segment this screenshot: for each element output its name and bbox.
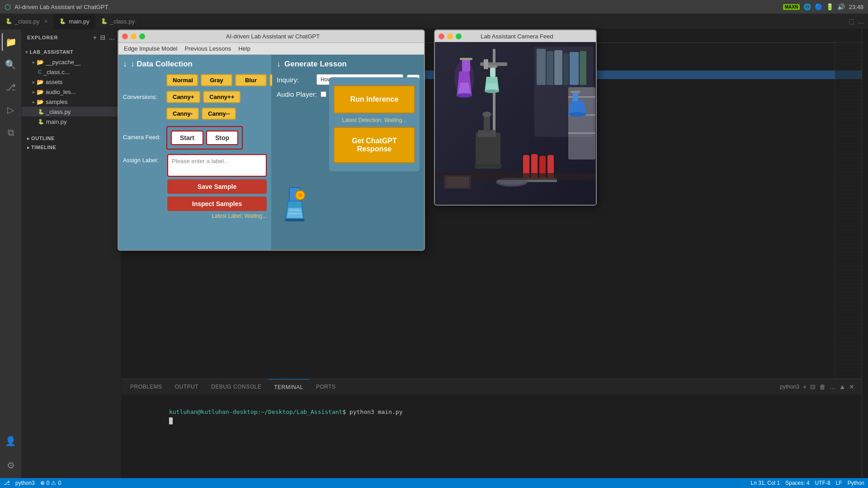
- menu-help[interactable]: Help: [238, 45, 250, 52]
- git-branch-icon: ⎇: [4, 480, 10, 486]
- scrollbar-gutter: [862, 29, 868, 478]
- network-icon: 🌐: [803, 3, 811, 10]
- cam-win-min[interactable]: [447, 33, 453, 39]
- svg-point-52: [568, 112, 586, 117]
- cam-win-title: Lab Assistant Camera Feed: [481, 33, 553, 40]
- btn-canny-minus[interactable]: Canny-: [166, 108, 199, 120]
- inference-section: Run Inference Latest Detection: Waiting.…: [329, 77, 420, 171]
- sidebar-item-pycache[interactable]: ▸ 📂 __pycache__: [22, 57, 121, 67]
- camera-feed-label: Camera Feed:: [123, 134, 164, 141]
- instant-play-checkbox[interactable]: [321, 91, 326, 97]
- tab-terminal[interactable]: TERMINAL: [269, 379, 309, 395]
- win-min-btn[interactable]: [131, 33, 137, 39]
- tab-output[interactable]: OUTPUT: [170, 379, 204, 395]
- btn-stop[interactable]: Stop: [206, 131, 238, 145]
- svg-marker-2: [287, 208, 303, 218]
- menu-previous-lessons[interactable]: Previous Lessons: [185, 45, 231, 52]
- tab-close-1[interactable]: ✕: [44, 19, 48, 24]
- topbar: ⬡ AI-driven Lab Assistant w/ ChatGPT MAX…: [0, 0, 868, 14]
- clock: 23:48: [849, 4, 863, 10]
- svg-rect-34: [475, 164, 502, 168]
- terminal-add-icon[interactable]: +: [803, 383, 807, 390]
- btn-start[interactable]: Start: [171, 131, 203, 145]
- svg-rect-10: [537, 49, 546, 85]
- lab-assistant-window: AI-driven Lab Assistant w/ ChatGPT Edge …: [118, 29, 425, 251]
- btn-run-inference[interactable]: Run Inference: [334, 85, 415, 113]
- btn-canny-minusminus[interactable]: Canny--: [202, 108, 236, 120]
- tab-label-1: _class.py: [15, 18, 39, 25]
- new-file-icon[interactable]: +: [93, 34, 97, 41]
- svg-rect-7: [285, 219, 305, 221]
- timeline-header[interactable]: ▸ TIMELINE: [22, 143, 121, 152]
- sidebar: EXPLORER + ⊟ … ▾ LAB_ASSISTANT ▸ 📂 __pyc…: [22, 29, 121, 478]
- terminal-trash-icon[interactable]: 🗑: [819, 383, 826, 390]
- root-arrow: ▾: [25, 50, 28, 55]
- outline-header[interactable]: ▸ OUTLINE: [22, 134, 121, 143]
- sidebar-item-class-c[interactable]: C _class.c...: [22, 67, 121, 77]
- split-editor-icon[interactable]: ⬚: [849, 18, 854, 25]
- class-c-label: _class.c...: [43, 69, 70, 75]
- terminal-content[interactable]: kutluhan@kutluhan-desktop:~/Desktop/Lab_…: [121, 395, 862, 478]
- cam-win-close[interactable]: [439, 33, 444, 39]
- audio-arrow: ▸: [33, 89, 35, 94]
- menu-edge-impulse[interactable]: Edge Impulse Model: [124, 45, 178, 52]
- terminal-close-icon[interactable]: ✕: [849, 383, 854, 390]
- sidebar-item-samples[interactable]: ▸ 📂 samples: [22, 97, 121, 107]
- sidebar-item-root[interactable]: ▾ LAB_ASSISTANT: [22, 47, 121, 57]
- btn-get-chatgpt[interactable]: Get ChatGPT Response: [334, 127, 415, 163]
- tab-class-py-2[interactable]: 🐍 _class.py: [95, 14, 141, 29]
- source-control-icon[interactable]: ⎇: [2, 78, 20, 96]
- btn-inspect-samples[interactable]: Inspect Samples: [167, 197, 267, 211]
- statusbar-right: Ln 31, Col 1 Spaces: 4 UTF-8 LF Python: [751, 480, 864, 486]
- explorer-icon[interactable]: 📁: [2, 33, 20, 51]
- assign-label-section: Assign Label: Please enter a label... Sa…: [123, 154, 267, 219]
- sidebar-item-class-py[interactable]: 🐍 _class.py: [22, 107, 121, 117]
- lab-win-menubar: Edge Impulse Model Previous Lessons Help: [118, 43, 424, 55]
- btn-canny-plus[interactable]: Canny+: [166, 91, 200, 103]
- btn-gray[interactable]: Gray: [201, 74, 232, 86]
- collapse-icon[interactable]: ⊟: [100, 34, 106, 41]
- statusbar: ⎇ python3 ⊗ 0 ⚠ 0 Ln 31, Col 1 Spaces: 4…: [0, 478, 868, 488]
- win-max-btn[interactable]: [139, 33, 145, 39]
- pycache-label: __pycache__: [46, 59, 80, 66]
- win-close-btn[interactable]: [122, 33, 128, 39]
- line-ending: LF: [836, 480, 842, 486]
- tab-class-py-1[interactable]: 🐍 _class.py ✕: [0, 14, 54, 29]
- settings-icon[interactable]: ⚙: [2, 456, 20, 474]
- label-input-box[interactable]: Please enter a label...: [167, 154, 267, 177]
- cam-win-controls: [439, 33, 462, 39]
- svg-rect-45: [568, 87, 595, 160]
- svg-rect-30: [476, 132, 500, 169]
- window-title: AI-driven Lab Assistant w/ ChatGPT: [14, 4, 108, 10]
- terminal-split-icon[interactable]: ⊟: [810, 383, 816, 390]
- btn-blur[interactable]: Blur: [235, 74, 267, 86]
- generate-lesson-title: ↓ Generate Lesson: [277, 59, 420, 69]
- sidebar-item-assets[interactable]: ▸ 📂 assets: [22, 77, 121, 87]
- terminal-line-1: kutluhan@kutluhan-desktop:~/Desktop/Lab_…: [127, 399, 856, 408]
- terminal-more-icon[interactable]: …: [829, 383, 835, 390]
- bluetooth-icon: 🔵: [815, 3, 822, 10]
- battery-icon: 🔋: [826, 3, 834, 10]
- btn-canny-plusplus[interactable]: Canny++: [203, 91, 241, 103]
- extensions-icon[interactable]: ⧉: [2, 123, 20, 141]
- terminal-max-icon[interactable]: ▲: [839, 383, 845, 390]
- run-debug-icon[interactable]: ▷: [2, 101, 20, 119]
- camera-feed-row: Camera Feed: Start Stop: [123, 124, 267, 150]
- tab-ports[interactable]: PORTS: [311, 379, 341, 395]
- cam-win-max[interactable]: [456, 33, 462, 39]
- btn-normal[interactable]: Normal: [166, 74, 198, 86]
- more-actions-icon[interactable]: …: [858, 18, 864, 25]
- tab-main-py[interactable]: 🐍 main.py: [54, 14, 95, 29]
- sidebar-item-audio[interactable]: ▸ 📂 audio_les...: [22, 87, 121, 97]
- statusbar-errors[interactable]: ⊗ 0 ⚠ 0: [40, 480, 61, 486]
- tab-debug-console[interactable]: DEBUG CONSOLE: [206, 379, 267, 395]
- sidebar-item-main-py[interactable]: 🐍 main.py: [22, 117, 121, 127]
- spaces: Spaces: 4: [785, 480, 809, 486]
- accounts-icon[interactable]: 👤: [2, 432, 20, 450]
- latest-label-text: Latest Label: Waiting...: [167, 213, 267, 219]
- tab-problems[interactable]: PROBLEMS: [125, 379, 168, 395]
- sidebar-more-icon[interactable]: …: [108, 34, 115, 41]
- search-icon[interactable]: 🔍: [2, 56, 20, 74]
- btn-save-sample[interactable]: Save Sample: [167, 179, 267, 194]
- svg-rect-50: [573, 93, 578, 101]
